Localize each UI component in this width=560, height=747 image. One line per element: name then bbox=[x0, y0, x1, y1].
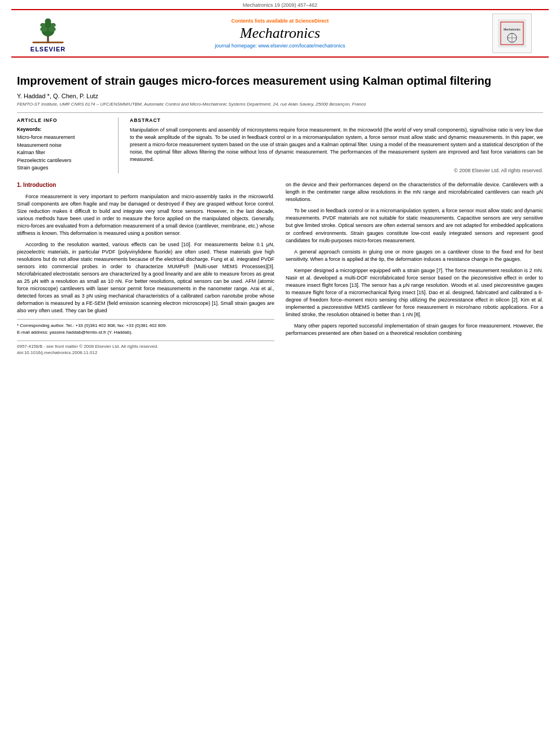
journal-cover-thumbnail: Mechatronics bbox=[492, 14, 532, 53]
doi-info: doi:10.1016/j.mechatronics.2008.11.012 bbox=[17, 350, 274, 356]
journal-volume-info: Mechatronics 19 (2009) 457–462 bbox=[243, 2, 317, 8]
footnote-star: * Corresponding author. Tel.: +33 (0)381… bbox=[17, 322, 274, 329]
body-right-column: on the device and their performances dep… bbox=[286, 181, 543, 356]
journal-title-area: Contents lists available at ScienceDirec… bbox=[79, 18, 481, 49]
body-para-r4: Kemper designed a microgripper equipped … bbox=[286, 267, 543, 318]
journal-info-bar: Mechatronics 19 (2009) 457–462 bbox=[0, 0, 560, 9]
body-columns: 1. Introduction Force measurement is ver… bbox=[17, 181, 543, 356]
svg-point-7 bbox=[51, 23, 56, 27]
journal-homepage: journal homepage: www.elsevier.com/locat… bbox=[79, 43, 481, 49]
body-left-column: 1. Introduction Force measurement is ver… bbox=[17, 181, 274, 356]
footnote-section: * Corresponding author. Tel.: +33 (0)381… bbox=[17, 319, 274, 335]
article-affiliation: FEMTO-ST Institute, UMR CNRS 6174 – UFC/… bbox=[17, 102, 543, 107]
article-info-column: Article Info Keywords: Micro-force measu… bbox=[17, 117, 119, 173]
article-info-label: Article Info bbox=[17, 117, 111, 123]
svg-point-6 bbox=[40, 23, 45, 27]
svg-point-3 bbox=[45, 18, 51, 24]
article-authors: Y. Haddad *, Q. Chen, P. Lutz bbox=[17, 93, 543, 99]
keywords-list: Micro-force measurement Measurement nois… bbox=[17, 134, 111, 172]
science-direct-notice: Contents lists available at ScienceDirec… bbox=[79, 18, 481, 24]
body-para-r2: To be used in feedback control or in a m… bbox=[286, 207, 543, 244]
keyword-1: Micro-force measurement bbox=[17, 134, 111, 142]
keywords-label: Keywords: bbox=[17, 126, 111, 132]
main-content: Improvement of strain gauges micro-force… bbox=[0, 58, 560, 362]
svg-text:Mechatronics: Mechatronics bbox=[504, 28, 520, 31]
keyword-3: Kalman filter bbox=[17, 149, 111, 157]
article-title: Improvement of strain gauges micro-force… bbox=[17, 73, 543, 88]
body-para-r1: on the device and their performances dep… bbox=[286, 181, 543, 203]
keyword-4: Piezoelectric cantilevers bbox=[17, 157, 111, 165]
body-para-r3: A general approach consists in gluing on… bbox=[286, 248, 543, 263]
body-para-r5: Many other papers reported successful im… bbox=[286, 322, 543, 337]
body-para-1: Force measurement is very important to p… bbox=[17, 193, 274, 237]
svg-rect-8 bbox=[33, 41, 64, 43]
elsevier-tree-icon bbox=[31, 15, 65, 46]
abstract-column: Abstract Manipulation of small component… bbox=[130, 117, 543, 173]
elsevier-logo: ELSEVIER bbox=[30, 15, 65, 53]
copyright-line: © 2008 Elsevier Ltd. All rights reserved… bbox=[130, 168, 543, 173]
footnote-email: E-mail address: yassine.haddab@femto-st.… bbox=[17, 329, 274, 336]
issn-info: 0957-4158/$ - see front matter © 2008 El… bbox=[17, 343, 274, 350]
bottom-info-bar: 0957-4158/$ - see front matter © 2008 El… bbox=[17, 340, 274, 356]
journal-name: Mechatronics bbox=[79, 25, 481, 42]
mechatronics-cover-icon: Mechatronics bbox=[498, 19, 526, 47]
svg-point-4 bbox=[40, 27, 47, 32]
elsevier-logo-area: ELSEVIER bbox=[17, 15, 79, 53]
svg-point-5 bbox=[49, 27, 56, 32]
article-info-abstract-section: Article Info Keywords: Micro-force measu… bbox=[17, 112, 543, 173]
elsevier-text: ELSEVIER bbox=[30, 46, 65, 53]
keyword-2: Measurement noise bbox=[17, 142, 111, 150]
science-direct-link: ScienceDirect bbox=[295, 18, 329, 24]
journal-logo-area: Mechatronics bbox=[481, 14, 543, 53]
journal-header: ELSEVIER Contents lists available at Sci… bbox=[11, 9, 549, 58]
section1-heading: 1. Introduction bbox=[17, 181, 274, 190]
body-para-2: According to the resolution wanted, vari… bbox=[17, 241, 274, 314]
abstract-text: Manipulation of small components and ass… bbox=[130, 126, 543, 163]
keyword-5: Strain gauges bbox=[17, 164, 111, 172]
abstract-label: Abstract bbox=[130, 117, 543, 123]
